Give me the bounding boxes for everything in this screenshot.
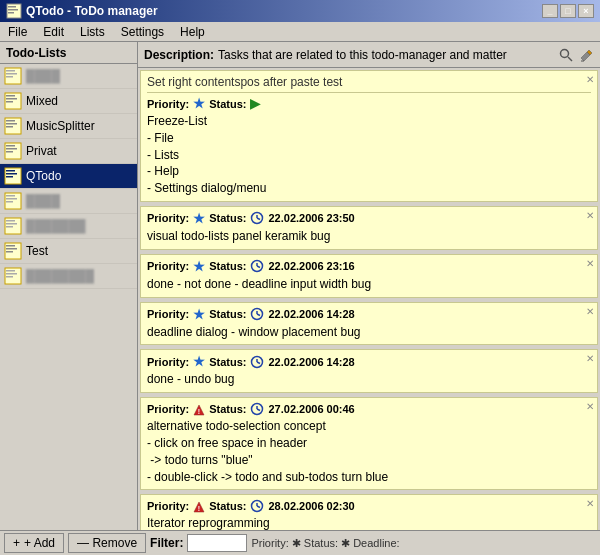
remove-button[interactable]: — Remove xyxy=(68,533,146,553)
priority-label: Priority: xyxy=(147,500,189,512)
todo-list-icon xyxy=(4,92,22,110)
priority-neutral-icon: ★ xyxy=(193,211,205,226)
filter-input[interactable] xyxy=(187,534,247,552)
svg-rect-9 xyxy=(6,95,15,97)
task-card-0: Set right contentspos after paste test P… xyxy=(140,70,598,202)
bottom-bar: + + Add — Remove Filter: Priority: ✱ Sta… xyxy=(0,530,600,555)
priority-neutral-icon: ★ xyxy=(193,307,205,322)
task-date-4: 22.02.2006 14:28 xyxy=(268,356,354,368)
menu-edit[interactable]: Edit xyxy=(39,24,68,40)
priority-neutral-icon: ★ xyxy=(193,354,205,369)
sidebar-item-5[interactable]: ████ xyxy=(0,189,137,214)
task-close-2[interactable]: ✕ xyxy=(586,258,594,269)
app-icon xyxy=(6,3,22,19)
svg-rect-25 xyxy=(6,195,15,197)
task-close-1[interactable]: ✕ xyxy=(586,210,594,221)
task-card-6: Priority: ! Status: 28.02.2006 02:30 xyxy=(140,494,598,530)
task-date-1: 22.02.2006 23:50 xyxy=(268,212,354,224)
task-header-3: Priority: ★ Status: 22.02.2006 14:28 xyxy=(147,307,591,322)
svg-rect-23 xyxy=(6,176,13,178)
search-icon[interactable] xyxy=(558,47,574,63)
clock-icon-2 xyxy=(250,259,264,273)
add-label: + Add xyxy=(24,536,55,550)
svg-rect-2 xyxy=(8,9,18,11)
menu-lists[interactable]: Lists xyxy=(76,24,109,40)
minimize-button[interactable]: _ xyxy=(542,4,558,18)
sidebar-item-test[interactable]: Test xyxy=(0,239,137,264)
add-button[interactable]: + + Add xyxy=(4,533,64,553)
menu-settings[interactable]: Settings xyxy=(117,24,168,40)
task-header-4: Priority: ★ Status: 22.02.2006 14:28 xyxy=(147,354,591,369)
task-close-0[interactable]: ✕ xyxy=(586,74,594,85)
maximize-button[interactable]: □ xyxy=(560,4,576,18)
sidebar-item-musicsplitter[interactable]: MusicSplitter xyxy=(0,114,137,139)
svg-rect-22 xyxy=(6,173,17,175)
add-icon: + xyxy=(13,536,20,550)
edit-icon[interactable] xyxy=(578,47,594,63)
sidebar-list: ████ Mixed Music xyxy=(0,64,137,530)
svg-line-45 xyxy=(257,218,260,220)
svg-text:!: ! xyxy=(198,505,200,512)
svg-rect-3 xyxy=(8,12,14,14)
title-text: QTodo - ToDo manager xyxy=(26,4,158,18)
tasks-scroll[interactable]: Set right contentspos after paste test P… xyxy=(138,68,600,530)
svg-rect-10 xyxy=(6,98,17,100)
menu-file[interactable]: File xyxy=(4,24,31,40)
svg-rect-27 xyxy=(6,201,13,203)
clock-icon-6 xyxy=(250,499,264,513)
sidebar-item-label-musicsplitter: MusicSplitter xyxy=(26,119,95,133)
svg-line-48 xyxy=(257,266,260,268)
clock-icon-3 xyxy=(250,307,264,321)
task-date-5: 27.02.2006 00:46 xyxy=(268,403,354,415)
task-close-4[interactable]: ✕ xyxy=(586,353,594,364)
todo-list-icon xyxy=(4,217,22,235)
priority-neutral-icon: ★ xyxy=(193,96,205,111)
status-label: Status: xyxy=(209,308,246,320)
task-body-1: visual todo-lists panel keramik bug xyxy=(147,228,591,245)
status-arrow-icon: ▶ xyxy=(250,96,260,111)
title-bar: QTodo - ToDo manager _ □ × xyxy=(0,0,600,22)
task-date-2: 22.02.2006 23:16 xyxy=(268,260,354,272)
menu-help[interactable]: Help xyxy=(176,24,209,40)
task-body-5: alternative todo-selection concept- clic… xyxy=(147,418,591,485)
priority-label: Priority: xyxy=(147,212,189,224)
svg-line-41 xyxy=(568,57,572,61)
sidebar-item-label-qtodo: QTodo xyxy=(26,169,61,183)
task-header-0: Priority: ★ Status: ▶ xyxy=(147,96,591,111)
task-card-2: Priority: ★ Status: 22.02.2006 23:16 don… xyxy=(140,254,598,298)
remove-label: — Remove xyxy=(77,536,137,550)
menu-bar: File Edit Lists Settings Help xyxy=(0,22,600,42)
todo-list-icon xyxy=(4,67,22,85)
task-close-3[interactable]: ✕ xyxy=(586,306,594,317)
svg-rect-11 xyxy=(6,101,13,103)
task-card-1: Priority: ★ Status: 22.02.2006 23:50 vis… xyxy=(140,206,598,250)
sidebar-item-label-0: ████ xyxy=(26,69,60,83)
svg-point-40 xyxy=(561,49,569,57)
description-text: Tasks that are related to this todo-mana… xyxy=(218,48,554,62)
svg-rect-35 xyxy=(6,251,13,253)
svg-rect-1 xyxy=(8,6,16,8)
close-button[interactable]: × xyxy=(578,4,594,18)
window-controls[interactable]: _ □ × xyxy=(542,4,594,18)
sidebar-item-qtodo[interactable]: QTodo xyxy=(0,164,137,189)
priority-label: Priority: xyxy=(147,403,189,415)
sidebar-item-6[interactable]: ███████ xyxy=(0,214,137,239)
sidebar-item-8[interactable]: ████████ xyxy=(0,264,137,289)
sidebar-item-mixed[interactable]: Mixed xyxy=(0,89,137,114)
task-close-5[interactable]: ✕ xyxy=(586,401,594,412)
sidebar-item-0[interactable]: ████ xyxy=(0,64,137,89)
content-area: Description: Tasks that are related to t… xyxy=(138,42,600,530)
status-label: Status: xyxy=(209,212,246,224)
svg-text:!: ! xyxy=(198,408,200,415)
svg-rect-17 xyxy=(6,145,15,147)
clock-icon-4 xyxy=(250,355,264,369)
svg-rect-37 xyxy=(6,270,15,272)
task-close-6[interactable]: ✕ xyxy=(586,498,594,509)
sidebar: Todo-Lists ████ xyxy=(0,42,138,530)
svg-rect-5 xyxy=(6,70,15,72)
status-label: Status: xyxy=(209,260,246,272)
svg-rect-33 xyxy=(6,245,15,247)
sidebar-item-privat[interactable]: Privat xyxy=(0,139,137,164)
filter-section: Filter: Priority: ✱ Status: ✱ Deadline: xyxy=(150,534,596,552)
task-date-3: 22.02.2006 14:28 xyxy=(268,308,354,320)
